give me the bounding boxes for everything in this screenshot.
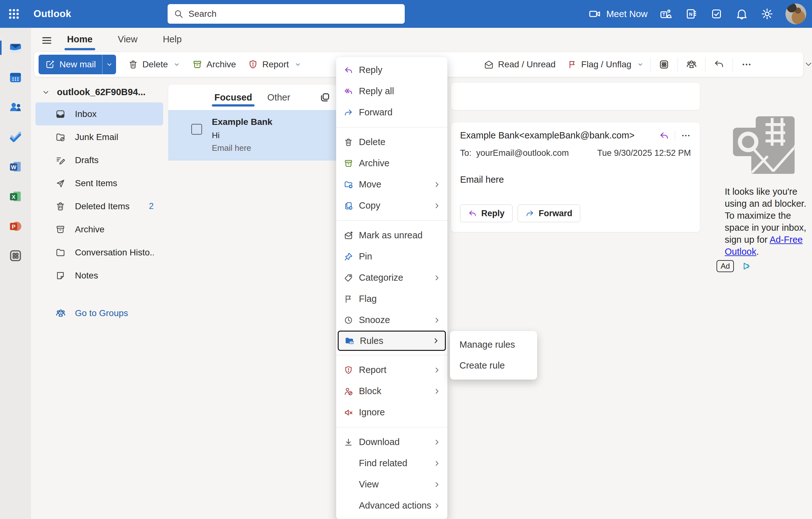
folder-junk-email[interactable]: Junk Email	[35, 125, 163, 149]
folder-sent-items[interactable]: Sent Items	[35, 172, 163, 195]
chevron-right-icon	[433, 366, 441, 374]
menu-item-pin[interactable]: Pin	[336, 246, 447, 267]
folder-drafts[interactable]: Drafts	[35, 149, 163, 172]
app-launcher-waffle-icon[interactable]	[0, 0, 28, 28]
tab-focused[interactable]: Focused	[214, 88, 253, 107]
settings-gear-icon[interactable]	[760, 7, 774, 21]
menu-item-snooze[interactable]: Snooze	[336, 309, 447, 331]
email-list-item[interactable]: Example Bank Hi Email here	[168, 110, 337, 160]
block-person-icon	[344, 387, 353, 396]
pin-icon	[344, 252, 353, 262]
menu-item-advanced-actions[interactable]: Advanced actions	[336, 495, 447, 516]
notifications-bell-icon[interactable]	[735, 7, 749, 21]
menu-item-download[interactable]: Download	[336, 431, 447, 453]
archive-button[interactable]: Archive	[192, 59, 236, 69]
groups-people-icon[interactable]	[684, 57, 699, 72]
shield-alert-icon	[344, 365, 353, 375]
user-avatar[interactable]	[785, 3, 806, 24]
teams-icon[interactable]: T	[659, 7, 673, 21]
new-mail-button[interactable]: New mail	[38, 55, 116, 74]
menu-item-label: Categorize	[359, 272, 403, 283]
read-unread-button[interactable]: Read / Unread	[484, 59, 556, 69]
search-input[interactable]	[188, 9, 399, 19]
tab-other[interactable]: Other	[266, 88, 291, 107]
menu-item-view[interactable]: View	[336, 474, 447, 495]
reply-button-label: Reply	[481, 209, 505, 218]
menu-item-label: Ignore	[359, 407, 385, 418]
rail-excel-icon[interactable]: X	[0, 181, 31, 211]
folder-notes[interactable]: Notes	[35, 264, 163, 287]
menu-item-reply[interactable]: Reply	[336, 59, 447, 81]
adchoices-icon[interactable]	[742, 262, 752, 271]
folder-archive[interactable]: Archive	[35, 218, 163, 241]
menu-item-forward[interactable]: Forward	[336, 102, 447, 123]
chevron-right-icon	[433, 501, 441, 510]
submenu-item-create-rule[interactable]: Create rule	[450, 355, 537, 376]
menu-item-delete[interactable]: Delete	[336, 131, 447, 153]
mail-unread-icon	[344, 231, 353, 240]
search-bar[interactable]	[168, 4, 405, 24]
folder-pane: outlook_62F90B94... Inbox Junk Email Dra…	[31, 78, 168, 519]
menu-item-move[interactable]: Move	[336, 174, 447, 195]
select-all-icon[interactable]	[319, 92, 331, 103]
flag-icon	[568, 60, 577, 69]
meet-now-label: Meet Now	[606, 9, 647, 19]
email-context-menu: Reply Reply all Forward Delete Archive M…	[336, 57, 447, 519]
menu-item-categorize[interactable]: Categorize	[336, 267, 447, 288]
more-options-icon[interactable]	[681, 130, 691, 141]
menu-item-block[interactable]: Block	[336, 380, 447, 402]
rail-powerpoint-icon[interactable]: P	[0, 211, 31, 241]
tab-view[interactable]: View	[117, 30, 139, 48]
meet-now-button[interactable]: Meet Now	[588, 8, 647, 20]
new-mail-dropdown[interactable]	[102, 55, 116, 74]
rail-mail-icon[interactable]	[0, 33, 31, 63]
delete-button[interactable]: Delete	[128, 59, 180, 69]
flag-unflag-button[interactable]: Flag / Unflag	[568, 59, 644, 69]
menu-item-report[interactable]: Report	[336, 359, 447, 380]
forward-button[interactable]: Forward	[518, 205, 581, 222]
account-header[interactable]: outlook_62F90B94...	[31, 78, 168, 102]
submenu-item-manage-rules[interactable]: Manage rules	[450, 334, 537, 355]
folder-deleted-items[interactable]: Deleted Items 2	[35, 195, 163, 218]
menu-item-label: Find related	[359, 458, 407, 468]
toolbar-divider	[677, 58, 678, 71]
nav-hamburger-icon[interactable]	[40, 33, 54, 48]
report-button[interactable]: Report	[248, 59, 301, 69]
folder-label: Junk Email	[75, 132, 118, 142]
menu-item-ignore[interactable]: Ignore	[336, 402, 447, 423]
tab-help[interactable]: Help	[162, 30, 183, 48]
todo-icon[interactable]	[709, 7, 723, 21]
reply-button[interactable]: Reply	[460, 205, 513, 222]
reply-icon[interactable]	[659, 130, 669, 141]
email-checkbox[interactable]	[191, 124, 202, 135]
onenote-icon[interactable]: N	[684, 7, 698, 21]
folder-conversation-history[interactable]: Conversation Histo...	[35, 241, 163, 264]
board-view-icon[interactable]	[657, 57, 671, 72]
rail-calendar-icon[interactable]	[0, 63, 31, 92]
toolbar-collapse-chevron-icon[interactable]	[804, 59, 812, 69]
chevron-right-icon	[433, 481, 441, 489]
rail-word-icon[interactable]: W	[0, 152, 31, 181]
chevron-right-icon	[433, 387, 441, 395]
menu-item-flag[interactable]: Flag	[336, 288, 447, 309]
tab-home[interactable]: Home	[66, 30, 94, 48]
go-to-groups-link[interactable]: Go to Groups	[35, 302, 163, 325]
more-commands-icon[interactable]	[739, 57, 754, 72]
reply-icon	[468, 209, 477, 218]
menu-item-copy[interactable]: Copy	[336, 195, 447, 216]
menu-divider	[336, 355, 447, 355]
menu-item-archive[interactable]: Archive	[336, 153, 447, 174]
menu-item-label: Advanced actions	[359, 500, 431, 511]
menu-item-reply-all[interactable]: Reply all	[336, 81, 447, 102]
undo-icon[interactable]	[712, 57, 726, 72]
menu-item-mark-as-unread[interactable]: Mark as unread	[336, 225, 447, 246]
delete-label: Delete	[142, 59, 168, 69]
chevron-right-icon	[433, 459, 441, 467]
folder-inbox[interactable]: Inbox	[35, 102, 163, 125]
rail-todo-icon[interactable]	[0, 122, 31, 152]
rail-people-icon[interactable]	[0, 92, 31, 122]
rail-more-apps-icon[interactable]	[0, 241, 31, 271]
menu-item-rules[interactable]: Rules	[338, 331, 446, 351]
chevron-right-icon	[433, 316, 441, 324]
menu-item-find-related[interactable]: Find related	[336, 453, 447, 474]
